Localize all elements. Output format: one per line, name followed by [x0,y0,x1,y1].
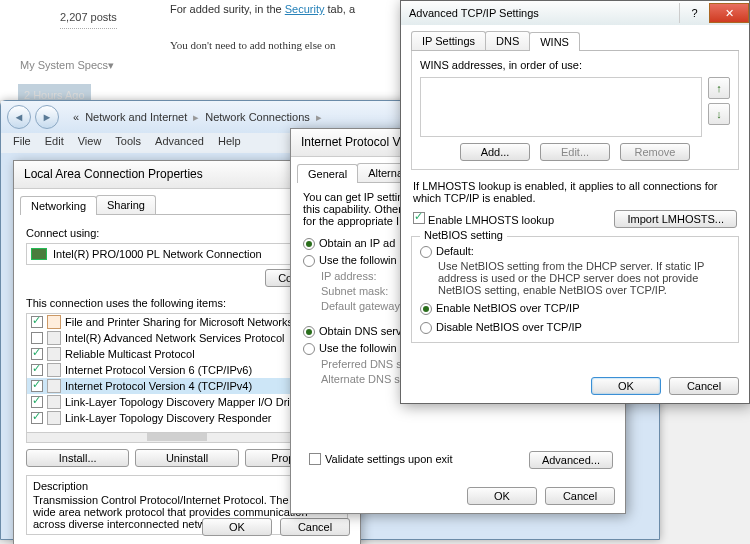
wins-address-list[interactable] [420,77,702,137]
tab-wins[interactable]: WINS [529,32,580,51]
radio-nb-disable[interactable]: Disable NetBIOS over TCP/IP [420,321,730,334]
protocol-icon [47,363,61,377]
protocol-icon [47,315,61,329]
protocol-icon [47,331,61,345]
checkbox-icon[interactable] [31,316,43,328]
add-button[interactable]: Add... [460,143,530,161]
tab-sharing[interactable]: Sharing [96,195,156,214]
list-item-label: Internet Protocol Version 6 (TCP/IPv6) [65,364,252,376]
list-item-label: Internet Protocol Version 4 (TCP/IPv4) [65,380,252,392]
list-item-label: Link-Layer Topology Discovery Responder [65,412,271,424]
protocol-icon [47,347,61,361]
close-button[interactable]: ✕ [709,3,749,23]
forward-button[interactable]: ► [35,105,59,129]
adv-cancel-button[interactable]: Cancel [669,377,739,395]
advanced-tcpip-dialog: Advanced TCP/IP Settings ? ✕ IP Settings… [400,0,750,404]
menu-view[interactable]: View [78,135,102,151]
lmhosts-note: If LMHOSTS lookup is enabled, it applies… [413,180,737,204]
install-button[interactable]: Install... [26,449,129,467]
protocol-icon [47,395,61,409]
system-specs-toggle[interactable]: My System Specs▾ [20,56,114,74]
menu-file[interactable]: File [13,135,31,151]
post-count: 2,207 posts [60,8,117,29]
validate-checkbox[interactable]: Validate settings upon exit [309,453,453,465]
import-lmhosts-button[interactable]: Import LMHOSTS... [614,210,737,228]
menu-tools[interactable]: Tools [115,135,141,151]
help-button[interactable]: ? [679,3,709,23]
tab-general[interactable]: General [297,164,358,183]
menu-help[interactable]: Help [218,135,241,151]
checkbox-icon[interactable] [31,380,43,392]
move-up-button[interactable]: ↑ [708,77,730,99]
nic-icon [31,248,47,260]
checkbox-icon[interactable] [31,364,43,376]
list-item-label: Intel(R) Advanced Network Services Proto… [65,332,284,344]
list-item-label: Link-Layer Topology Discovery Mapper I/O… [65,396,305,408]
protocol-icon [47,411,61,425]
remove-button: Remove [620,143,690,161]
adv-ok-button[interactable]: OK [591,377,661,395]
adv-title: Advanced TCP/IP Settings [409,7,539,19]
lan-cancel-button[interactable]: Cancel [280,518,350,536]
breadcrumb[interactable]: « Network and Internet▸ Network Connecti… [73,111,322,124]
netbios-legend: NetBIOS setting [420,229,507,241]
ipv4-ok-button[interactable]: OK [467,487,537,505]
list-item-label: Reliable Multicast Protocol [65,348,195,360]
enable-lmhosts-checkbox[interactable]: Enable LMHOSTS lookup [413,212,554,226]
checkbox-icon[interactable] [31,412,43,424]
radio-nb-enable[interactable]: Enable NetBIOS over TCP/IP [420,302,730,315]
ipv4-cancel-button[interactable]: Cancel [545,487,615,505]
back-button[interactable]: ◄ [7,105,31,129]
tab-networking[interactable]: Networking [20,196,97,215]
tab-ip-settings[interactable]: IP Settings [411,31,486,50]
security-link[interactable]: Security [285,3,325,15]
menu-edit[interactable]: Edit [45,135,64,151]
advanced-button[interactable]: Advanced... [529,451,613,469]
menu-advanced[interactable]: Advanced [155,135,204,151]
edit-button: Edit... [540,143,610,161]
protocol-icon [47,379,61,393]
checkbox-icon[interactable] [31,396,43,408]
wins-label: WINS addresses, in order of use: [420,59,730,71]
lan-ok-button[interactable]: OK [202,518,272,536]
move-down-button[interactable]: ↓ [708,103,730,125]
list-item-label: File and Printer Sharing for Microsoft N… [65,316,293,328]
radio-nb-default[interactable]: Default: [420,245,730,258]
checkbox-icon[interactable] [31,348,43,360]
uninstall-button[interactable]: Uninstall [135,449,238,467]
checkbox-icon[interactable] [31,332,43,344]
tab-dns[interactable]: DNS [485,31,530,50]
